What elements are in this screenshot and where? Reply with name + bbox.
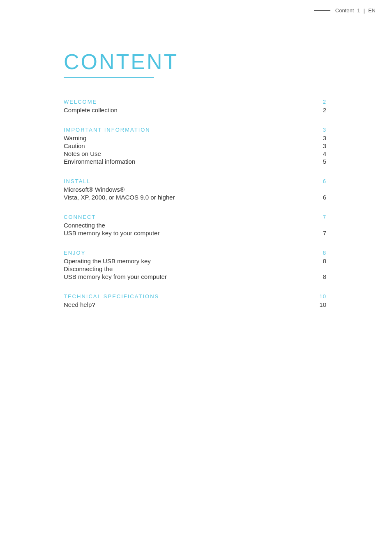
toc-item-text: Warning bbox=[64, 135, 86, 142]
toc-item-page: 8 bbox=[318, 258, 326, 265]
toc-heading-important-information: IMPORTANT INFORMATION bbox=[64, 127, 150, 133]
toc-heading-page-important-information: 3 bbox=[323, 127, 326, 133]
toc-heading-technical-specifications: TECHNICAL SPECIFICATIONS bbox=[64, 293, 159, 299]
toc-heading-page-enjoy: 8 bbox=[323, 250, 326, 256]
main-content: CONTENT WELCOME2Complete collection2IMPO… bbox=[0, 0, 392, 354]
page-header: Content 1 | EN bbox=[314, 7, 376, 14]
toc-item-text: Operating the USB memory key bbox=[64, 258, 151, 265]
list-item: Connecting the bbox=[64, 222, 326, 229]
toc-heading-page-connect: 7 bbox=[323, 214, 326, 220]
toc-item-text: Environmental information bbox=[64, 158, 135, 165]
list-item: Disconnecting the bbox=[64, 265, 326, 272]
toc-section-technical-specifications: TECHNICAL SPECIFICATIONS10Need help?10 bbox=[64, 293, 326, 308]
header-page-number: 1 bbox=[357, 7, 360, 14]
toc-section-important-information: IMPORTANT INFORMATION3Warning3Caution3No… bbox=[64, 127, 326, 165]
toc-heading-row-technical-specifications: TECHNICAL SPECIFICATIONS10 bbox=[64, 293, 326, 301]
list-item: Environmental information5 bbox=[64, 158, 326, 165]
toc-item-page: 8 bbox=[318, 273, 326, 280]
toc-item-text: Need help? bbox=[64, 301, 95, 308]
header-language: EN bbox=[368, 7, 376, 14]
toc-item-text: Complete collection bbox=[64, 107, 118, 114]
list-item: Warning3 bbox=[64, 135, 326, 142]
toc-item-page: 10 bbox=[318, 301, 326, 308]
page-title: CONTENT bbox=[64, 49, 326, 74]
toc-item-page: 6 bbox=[318, 194, 326, 201]
list-item: Microsoft® Windows® bbox=[64, 186, 326, 193]
toc-heading-welcome: WELCOME bbox=[64, 99, 97, 105]
toc-heading-page-technical-specifications: 10 bbox=[320, 293, 326, 299]
list-item: Notes on Use4 bbox=[64, 150, 326, 157]
toc-heading-enjoy: ENJOY bbox=[64, 250, 85, 256]
toc-heading-page-welcome: 2 bbox=[323, 99, 326, 105]
toc-section-install: INSTALL6Microsoft® Windows®Vista, XP, 20… bbox=[64, 178, 326, 201]
list-item: Caution3 bbox=[64, 142, 326, 149]
toc-section-enjoy: ENJOY8Operating the USB memory key8Disco… bbox=[64, 250, 326, 280]
toc-item-page: 5 bbox=[318, 158, 326, 165]
toc-section-welcome: WELCOME2Complete collection2 bbox=[64, 99, 326, 114]
toc-item-page: 3 bbox=[318, 142, 326, 149]
toc-item-text: Notes on Use bbox=[64, 150, 101, 157]
toc-heading-install: INSTALL bbox=[64, 178, 91, 184]
toc-heading-page-install: 6 bbox=[323, 178, 326, 184]
header-section-label: Content bbox=[335, 7, 354, 14]
page-title-underline bbox=[64, 77, 154, 78]
toc-item-text: Microsoft® Windows® bbox=[64, 186, 125, 193]
toc-item-text: Disconnecting the bbox=[64, 265, 113, 272]
list-item: Complete collection2 bbox=[64, 107, 326, 114]
list-item: Operating the USB memory key8 bbox=[64, 258, 326, 265]
toc-section-connect: CONNECT7Connecting theUSB memory key to … bbox=[64, 214, 326, 237]
toc-heading-row-welcome: WELCOME2 bbox=[64, 99, 326, 107]
list-item: USB memory key to your computer7 bbox=[64, 230, 326, 237]
toc-heading-row-enjoy: ENJOY8 bbox=[64, 250, 326, 258]
toc-item-page: 7 bbox=[318, 230, 326, 237]
list-item: USB memory key from your computer8 bbox=[64, 273, 326, 280]
toc-heading-row-important-information: IMPORTANT INFORMATION3 bbox=[64, 127, 326, 135]
toc-heading-row-connect: CONNECT7 bbox=[64, 214, 326, 222]
header-divider bbox=[314, 10, 330, 11]
toc-item-text: USB memory key from your computer bbox=[64, 273, 167, 280]
toc-item-text: Caution bbox=[64, 142, 85, 149]
toc-item-page: 3 bbox=[318, 135, 326, 142]
toc-item-text: Vista, XP, 2000, or MACOS 9.0 or higher bbox=[64, 194, 175, 201]
toc-heading-connect: CONNECT bbox=[64, 214, 96, 220]
toc-heading-row-install: INSTALL6 bbox=[64, 178, 326, 186]
toc-item-page: 4 bbox=[318, 150, 326, 157]
toc-item-text: Connecting the bbox=[64, 222, 105, 229]
list-item: Need help?10 bbox=[64, 301, 326, 308]
toc-item-page: 2 bbox=[318, 107, 326, 114]
toc-item-text: USB memory key to your computer bbox=[64, 230, 159, 237]
list-item: Vista, XP, 2000, or MACOS 9.0 or higher6 bbox=[64, 194, 326, 201]
table-of-contents: WELCOME2Complete collection2IMPORTANT IN… bbox=[64, 99, 326, 308]
